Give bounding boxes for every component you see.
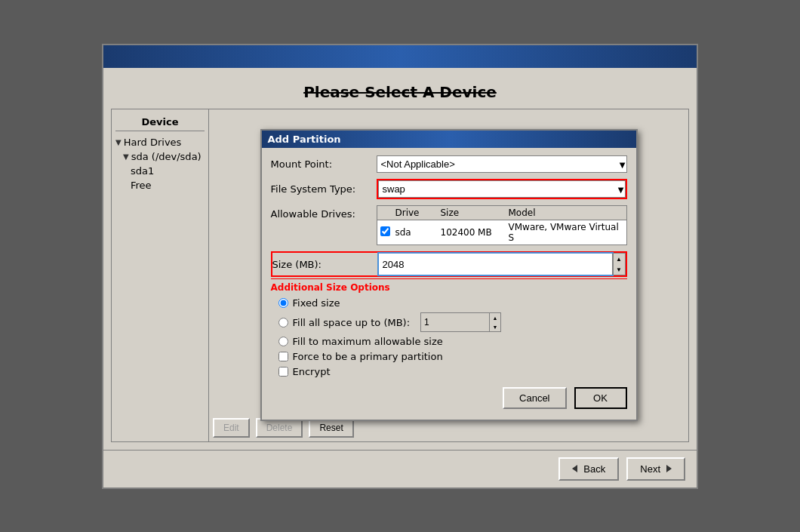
bottom-nav: Back Next [103, 450, 697, 487]
tree-sda1[interactable]: sda1 [115, 164, 205, 178]
size-down-button[interactable]: ▼ [613, 264, 625, 275]
fixed-size-radio[interactable] [278, 298, 288, 308]
drive-model: VMware, VMware Virtual S [509, 222, 623, 243]
fill-up-down-button[interactable]: ▼ [490, 322, 500, 331]
size-spinner: ▲ ▼ [612, 254, 625, 275]
size-input[interactable] [379, 254, 612, 275]
fill-up-spinner: ▲ ▼ [489, 313, 500, 331]
sda-label: sda (/dev/sda) [131, 151, 202, 162]
back-arrow-icon [572, 465, 577, 472]
drive-size: 102400 MB [441, 227, 509, 238]
drives-table-header: Drive Size Model [377, 206, 626, 220]
modal-title: Add Partition [268, 134, 341, 145]
size-label: Size (MB): [272, 259, 378, 270]
drives-table-row: sda 102400 MB VMware, VMware Virtual S [377, 220, 626, 244]
fill-up-row: Fill all space up to (MB): ▲ ▼ [271, 312, 627, 332]
page-title: Please Select A Device [111, 83, 689, 101]
file-system-type-select[interactable]: swap [378, 180, 626, 198]
col-radio-header [380, 208, 395, 218]
tree-sda[interactable]: ▼ sda (/dev/sda) [115, 149, 205, 164]
drive-checkbox[interactable] [380, 226, 390, 236]
primary-partition-checkbox[interactable] [278, 352, 288, 361]
fill-up-field[interactable] [421, 313, 489, 331]
modal-overlay: Add Partition Mount Point: <Not Applicab… [209, 109, 688, 441]
col-model-header: Model [509, 208, 623, 218]
fill-up-wrapper: ▲ ▼ [420, 312, 501, 332]
right-panel: Edit Delete Reset Add Partition [209, 109, 689, 442]
device-column-header: Device [115, 113, 205, 131]
drives-table: Drive Size Model sda [377, 205, 627, 245]
allowable-drives-label: Allowable Drives: [271, 205, 377, 220]
size-up-button[interactable]: ▲ [613, 254, 625, 264]
encrypt-checkbox[interactable] [278, 367, 288, 377]
additional-size-title: Additional Size Options [271, 278, 627, 293]
fill-up-radio[interactable] [278, 318, 288, 328]
fill-max-radio[interactable] [278, 337, 288, 346]
col-drive-header: Drive [395, 208, 441, 218]
mount-point-row: Mount Point: <Not Applicable> ▼ [271, 155, 627, 173]
ok-button[interactable]: OK [574, 387, 627, 409]
next-button[interactable]: Next [626, 457, 685, 481]
sda1-label: sda1 [131, 165, 154, 177]
drive-name: sda [395, 227, 441, 238]
mount-point-select[interactable]: <Not Applicable> [377, 155, 627, 173]
tree-arrow: ▼ [115, 138, 122, 146]
cancel-button[interactable]: Cancel [503, 387, 566, 409]
main-window: Please Select A Device Device ▼ Hard Dri… [102, 44, 698, 489]
fill-max-row: Fill to maximum allowable size [271, 336, 627, 347]
add-partition-dialog: Add Partition Mount Point: <Not Applicab… [260, 129, 638, 421]
free-label: Free [131, 180, 152, 191]
fixed-size-row: Fixed size [271, 297, 627, 309]
primary-partition-row: Force to be a primary partition [271, 351, 627, 362]
encrypt-row: Encrypt [271, 366, 627, 377]
size-row: Size (MB): ▲ ▼ [271, 251, 627, 277]
size-input-wrapper: ▲ ▼ [378, 253, 626, 275]
fixed-size-label: Fixed size [293, 297, 340, 309]
fill-up-label: Fill all space up to (MB): [293, 317, 411, 328]
fill-max-label: Fill to maximum allowable size [293, 336, 443, 347]
split-area: Device ▼ Hard Drives ▼ sda (/dev/sda) sd… [111, 109, 689, 442]
modal-titlebar: Add Partition [262, 131, 636, 148]
tree-free[interactable]: Free [115, 178, 205, 192]
tree-arrow: ▼ [123, 152, 129, 161]
next-arrow-icon [666, 465, 672, 472]
content-area: Please Select A Device Device ▼ Hard Dri… [103, 68, 697, 450]
modal-body: Mount Point: <Not Applicable> ▼ [262, 148, 636, 420]
allowable-drives-row: Allowable Drives: Drive Size Model [271, 205, 627, 245]
next-label: Next [640, 463, 660, 475]
mount-point-label: Mount Point: [271, 158, 377, 170]
col-size-header: Size [441, 208, 509, 218]
back-label: Back [583, 463, 605, 475]
file-system-type-label: File System Type: [271, 183, 377, 195]
file-system-type-select-wrapper: swap ▼ [377, 179, 627, 199]
tree-hard-drives[interactable]: ▼ Hard Drives [115, 135, 205, 149]
fill-up-up-button[interactable]: ▲ [490, 313, 500, 322]
encrypt-label: Encrypt [293, 366, 331, 377]
modal-buttons: Cancel OK [271, 381, 627, 412]
left-panel: Device ▼ Hard Drives ▼ sda (/dev/sda) sd… [111, 109, 209, 442]
drive-checkbox-col [380, 226, 395, 238]
file-system-type-row: File System Type: swap ▼ [271, 179, 627, 199]
mount-point-select-wrapper: <Not Applicable> ▼ [377, 155, 627, 173]
top-bar [103, 45, 697, 68]
hard-drives-label: Hard Drives [124, 137, 182, 148]
primary-partition-label: Force to be a primary partition [293, 351, 443, 362]
fill-up-input-area: ▲ ▼ [420, 312, 501, 332]
back-button[interactable]: Back [558, 457, 619, 481]
